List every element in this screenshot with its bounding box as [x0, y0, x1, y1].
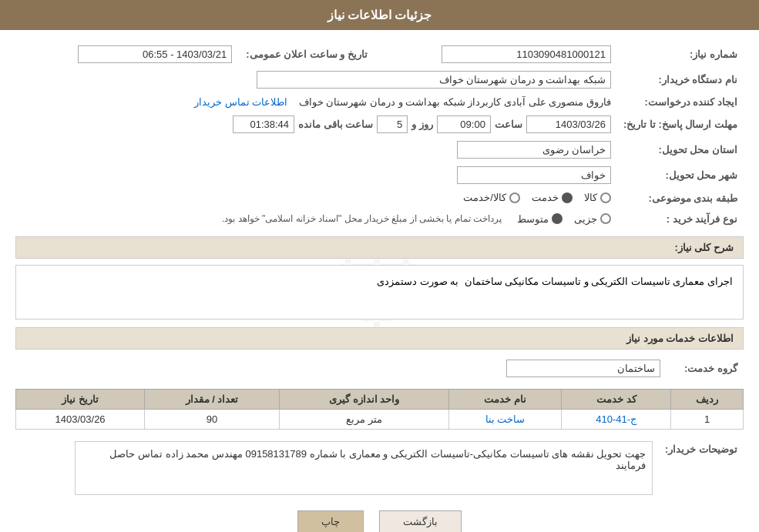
- sharh-section-header: شرح کلی نیاز:: [15, 236, 744, 259]
- radio-kala[interactable]: کالا: [584, 192, 611, 203]
- services-table: ردیف کد خدمت نام خدمت واحد اندازه گیری ت…: [15, 389, 744, 430]
- col-tedad: تعداد / مقدار: [145, 389, 280, 409]
- page-title: جزئیات اطلاعات نیاز: [327, 8, 432, 22]
- roz-label: روز و: [411, 119, 433, 130]
- motavaset-label: متوسط: [517, 213, 549, 225]
- radio-khedmat[interactable]: خدمت: [532, 192, 573, 203]
- ostan-label: استان محل تحویل:: [617, 137, 744, 162]
- radio-kala-khedmat[interactable]: کالا/خدمت: [463, 192, 520, 203]
- kala-label: کالا: [584, 192, 597, 203]
- tabaqe-label: طبقه بندی موضوعی:: [617, 188, 744, 209]
- cell-kod: ج-41-410: [562, 409, 671, 429]
- tammas-link[interactable]: اطلاعات تماس خریدار: [194, 96, 287, 108]
- radio-khedmat-circle: [562, 192, 573, 203]
- tabaqe-radio-group: کالا خدمت کالا/خدمت: [463, 192, 611, 203]
- saat-label: ساعت: [495, 119, 522, 130]
- tarikh-elan-label: تاریخ و ساعت اعلان عمومی:: [238, 42, 374, 67]
- tosihaat-box: جهت تحویل نقشه های تاسیسات مکانیکی-تاسیس…: [75, 441, 653, 495]
- button-row: بازگشت چاپ: [15, 510, 744, 533]
- radio-kala-circle: [600, 192, 611, 203]
- sharh-box: [15, 265, 744, 320]
- khedmat-info-label: اطلاعات خدمات مورد نیاز: [626, 333, 734, 344]
- kala-khedmat-label: کالا/خدمت: [463, 192, 506, 203]
- back-button[interactable]: بازگشت: [379, 510, 462, 533]
- shahr-label: شهر محل تحویل:: [617, 162, 744, 188]
- farayand-radio-group: جزیی متوسط: [517, 213, 611, 225]
- tarikh-elan-value: 1403/03/21 - 06:55: [78, 45, 232, 63]
- radio-motavaset-circle: [552, 213, 563, 224]
- cell-tedad: 90: [145, 409, 280, 429]
- col-vahed: واحد اندازه گیری: [279, 389, 448, 409]
- saat-value: 09:00: [437, 115, 491, 133]
- col-tarikh: تاریخ نیاز: [16, 389, 145, 409]
- date-value: 1403/03/26: [526, 115, 611, 133]
- tosihaat-label: توضیحات خریدار:: [659, 437, 744, 499]
- radio-jozii-circle: [600, 213, 611, 224]
- nooe-farayand-label: نوع فرآیند خرید :: [617, 209, 744, 229]
- ijad-konande-label: ایجاد کننده درخواست:: [617, 92, 744, 112]
- cell-tarikh: 1403/03/26: [16, 409, 145, 429]
- grooh-value: ساختمان: [506, 360, 660, 377]
- sharh-textarea[interactable]: [22, 272, 737, 310]
- radio-kala-khedmat-circle: [509, 192, 520, 203]
- grooh-label: گروه خدمت:: [667, 356, 744, 381]
- mande-label: ساعت باقی مانده: [298, 119, 373, 130]
- shomara-niaz-label: شماره نیاز:: [617, 42, 744, 67]
- cell-radif: 1: [671, 409, 744, 429]
- print-button[interactable]: چاپ: [297, 510, 364, 533]
- sharh-label: شرح کلی نیاز:: [674, 242, 734, 253]
- name-dasteghah-label: نام دستگاه خریدار:: [617, 67, 744, 92]
- ostan-value: خراسان رضوی: [457, 141, 611, 159]
- roz-value: 5: [377, 115, 408, 133]
- page-header: جزئیات اطلاعات نیاز: [0, 0, 759, 30]
- shomara-niaz-value: 1103090481000121: [442, 45, 611, 63]
- mande-value: 01:38:44: [233, 115, 294, 133]
- shahr-value: خواف: [457, 166, 611, 184]
- name-dasteghah-value: شبکه بهداشت و درمان شهرستان خواف: [257, 71, 611, 89]
- radio-jozii[interactable]: جزیی: [574, 213, 611, 225]
- cell-vahed: متر مربع: [279, 409, 448, 429]
- farayand-note: پرداخت تمام یا بخشی از مبلغ خریدار محل "…: [222, 213, 502, 224]
- tosihaat-value: جهت تحویل نقشه های تاسیسات مکانیکی-تاسیس…: [109, 448, 646, 471]
- cell-naam: ساخت بنا: [449, 409, 562, 429]
- khedmat-label: خدمت: [532, 192, 559, 203]
- col-radif: ردیف: [671, 389, 744, 409]
- radio-motavaset[interactable]: متوسط: [517, 213, 563, 225]
- col-naam: نام خدمت: [449, 389, 562, 409]
- khedmat-info-header: اطلاعات خدمات مورد نیاز: [15, 327, 744, 350]
- col-kod: کد خدمت: [562, 389, 671, 409]
- mohlet-label: مهلت ارسال پاسخ: تا تاریخ:: [617, 112, 744, 137]
- table-row: 1 ج-41-410 ساخت بنا متر مربع 90 1403/03/…: [16, 409, 744, 429]
- jozii-label: جزیی: [574, 213, 597, 225]
- ijad-konande-value: فاروق منصوری علی آبادی کاربرداز شبکه بهد…: [299, 96, 611, 108]
